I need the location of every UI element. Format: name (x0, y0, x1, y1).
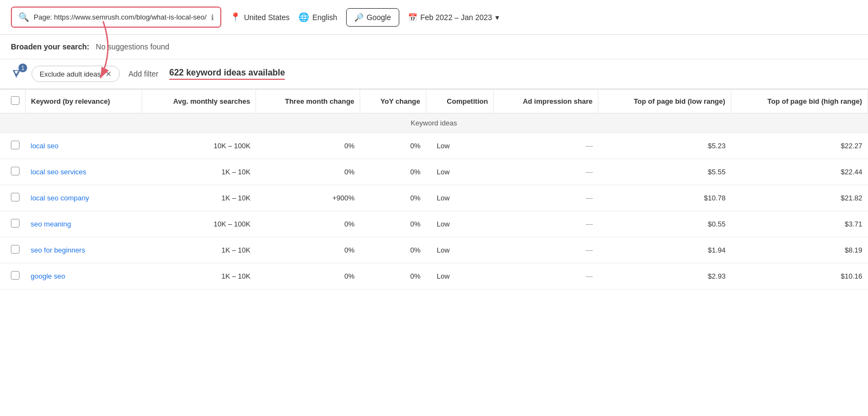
col-competition[interactable]: Competition (426, 90, 494, 114)
table-row: google seo 1K – 10K 0% 0% Low — $2.93 $1… (0, 263, 868, 289)
add-filter-button[interactable]: Add filter (129, 70, 158, 78)
competition-cell: Low (426, 263, 494, 289)
location-filter[interactable]: 📍 United States (230, 12, 290, 22)
search-icon: 🔍 (18, 12, 29, 22)
broaden-section: Broaden your search: No suggestions foun… (0, 35, 868, 59)
bid-low-cell: $5.23 (598, 133, 731, 159)
row-checkbox[interactable] (0, 237, 25, 263)
search-box[interactable]: 🔍 Page: https://www.semrush.com/blog/wha… (11, 7, 221, 28)
broaden-message: No suggestions found (96, 42, 169, 51)
keyword-cell[interactable]: local seo (25, 133, 142, 159)
yoy-cell: 0% (360, 237, 426, 263)
col-checkbox (0, 90, 25, 114)
col-ad-impression[interactable]: Ad impression share (494, 90, 598, 114)
table-row: seo for beginners 1K – 10K 0% 0% Low — $… (0, 237, 868, 263)
three-month-cell: 0% (256, 133, 360, 159)
group-header-row: Keyword ideas (0, 114, 868, 133)
table-header-row: Keyword (by relevance) Avg. monthly sear… (0, 90, 868, 114)
bid-low-cell: $5.55 (598, 159, 731, 185)
keyword-cell[interactable]: google seo (25, 263, 142, 289)
table-row: local seo services 1K – 10K 0% 0% Low — … (0, 159, 868, 185)
exclude-adult-chip[interactable]: Exclude adult ideas ✕ (31, 66, 120, 82)
chevron-down-icon: ▾ (495, 13, 499, 22)
broaden-label: Broaden your search: (11, 42, 90, 51)
three-month-cell: 0% (256, 263, 360, 289)
ad-impression-cell: — (494, 185, 598, 211)
yoy-cell: 0% (360, 159, 426, 185)
engine-label: Google (367, 13, 391, 22)
bid-high-cell: $8.19 (731, 237, 867, 263)
competition-cell: Low (426, 185, 494, 211)
keyword-count: 622 keyword ideas available (169, 68, 285, 80)
yoy-cell: 0% (360, 211, 426, 237)
ad-impression-cell: — (494, 133, 598, 159)
col-yoy[interactable]: YoY change (360, 90, 426, 114)
keyword-table: Keyword (by relevance) Avg. monthly sear… (0, 89, 868, 289)
competition-cell: Low (426, 237, 494, 263)
competition-cell: Low (426, 133, 494, 159)
three-month-cell: 0% (256, 211, 360, 237)
engine-selector[interactable]: 🔎 Google (346, 8, 399, 27)
group-label: Keyword ideas (0, 114, 868, 133)
col-three-month[interactable]: Three month change (256, 90, 360, 114)
ad-impression-cell: — (494, 211, 598, 237)
bid-low-cell: $0.55 (598, 211, 731, 237)
calendar-icon: 📅 (408, 13, 417, 22)
ad-impression-cell: — (494, 263, 598, 289)
table-row: seo meaning 10K – 100K 0% 0% Low — $0.55… (0, 211, 868, 237)
row-checkbox[interactable] (0, 263, 25, 289)
filter-icon-button[interactable]: ⛛ 1 (11, 67, 23, 81)
info-icon[interactable]: ℹ (211, 13, 214, 22)
filter-badge: 1 (18, 64, 27, 72)
keyword-cell[interactable]: seo for beginners (25, 237, 142, 263)
date-range-label: Feb 2022 – Jan 2023 (420, 13, 492, 22)
three-month-cell: 0% (256, 159, 360, 185)
keyword-cell[interactable]: seo meaning (25, 211, 142, 237)
row-checkbox[interactable] (0, 159, 25, 185)
select-all-checkbox[interactable] (11, 96, 20, 105)
table-row: local seo company 1K – 10K +900% 0% Low … (0, 185, 868, 211)
avg-searches-cell: 1K – 10K (142, 237, 256, 263)
bid-high-cell: $22.27 (731, 133, 867, 159)
yoy-cell: 0% (360, 133, 426, 159)
avg-searches-cell: 1K – 10K (142, 185, 256, 211)
bid-high-cell: $10.16 (731, 263, 867, 289)
col-avg-searches[interactable]: Avg. monthly searches (142, 90, 256, 114)
keyword-cell[interactable]: local seo services (25, 159, 142, 185)
filter-bar: ⛛ 1 Exclude adult ideas ✕ Add filter 622… (0, 59, 868, 89)
ad-impression-cell: — (494, 237, 598, 263)
bid-low-cell: $2.93 (598, 263, 731, 289)
language-filter[interactable]: 🌐 English (298, 12, 337, 22)
location-icon: 📍 (230, 12, 241, 22)
date-selector[interactable]: 📅 Feb 2022 – Jan 2023 ▾ (408, 13, 499, 22)
engine-icon: 🔎 (354, 13, 363, 22)
yoy-cell: 0% (360, 185, 426, 211)
avg-searches-cell: 1K – 10K (142, 159, 256, 185)
chip-label: Exclude adult ideas (40, 70, 101, 78)
keyword-cell[interactable]: local seo company (25, 185, 142, 211)
three-month-cell: 0% (256, 237, 360, 263)
close-icon[interactable]: ✕ (105, 70, 112, 78)
search-text: Page: https://www.semrush.com/blog/what-… (34, 13, 207, 21)
avg-searches-cell: 10K – 100K (142, 133, 256, 159)
col-keyword[interactable]: Keyword (by relevance) (25, 90, 142, 114)
col-bid-low[interactable]: Top of page bid (low range) (598, 90, 731, 114)
row-checkbox[interactable] (0, 133, 25, 159)
bid-low-cell: $10.78 (598, 185, 731, 211)
yoy-cell: 0% (360, 263, 426, 289)
row-checkbox[interactable] (0, 211, 25, 237)
table-row: local seo 10K – 100K 0% 0% Low — $5.23 $… (0, 133, 868, 159)
col-bid-high[interactable]: Top of page bid (high range) (731, 90, 867, 114)
ad-impression-cell: — (494, 159, 598, 185)
row-checkbox[interactable] (0, 185, 25, 211)
language-icon: 🌐 (298, 12, 309, 22)
location-label: United States (244, 13, 290, 22)
competition-cell: Low (426, 159, 494, 185)
bid-low-cell: $1.94 (598, 237, 731, 263)
bid-high-cell: $3.71 (731, 211, 867, 237)
top-bar: 🔍 Page: https://www.semrush.com/blog/wha… (0, 0, 868, 35)
avg-searches-cell: 10K – 100K (142, 211, 256, 237)
language-label: English (312, 13, 337, 22)
bid-high-cell: $21.82 (731, 185, 867, 211)
avg-searches-cell: 1K – 10K (142, 263, 256, 289)
